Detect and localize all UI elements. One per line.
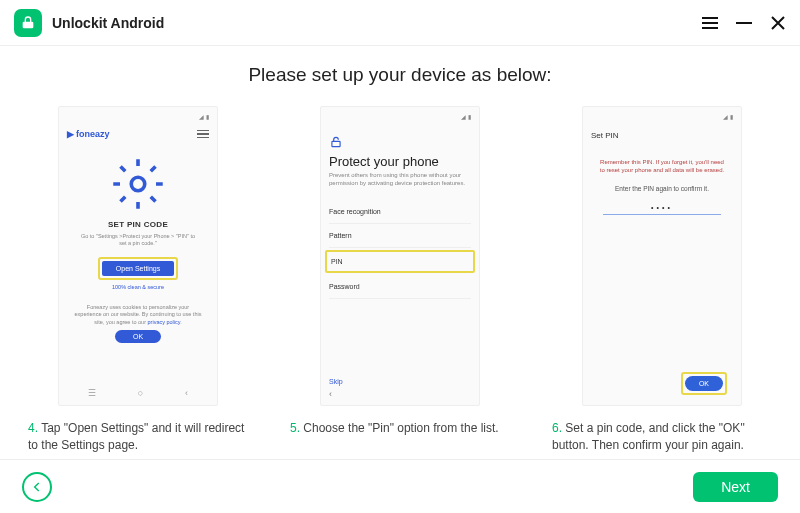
set-pin-title: SET PIN CODE <box>67 220 209 229</box>
lock-icon <box>329 135 471 150</box>
caption-5: 5. Choose the "Pin" option from the list… <box>290 420 510 437</box>
status-bar-icon: ◢ ▮ <box>591 113 733 121</box>
skip-link: Skip <box>329 370 471 389</box>
app-logo <box>14 9 42 37</box>
set-pin-heading: Set PIN <box>591 131 733 140</box>
minimize-icon[interactable] <box>736 15 752 31</box>
open-settings-highlight: Open Settings <box>98 257 178 280</box>
privacy-link: privacy policy <box>148 319 181 325</box>
svg-point-4 <box>131 177 145 191</box>
confirm-msg: Enter the PIN again to confirm it. <box>591 185 733 192</box>
svg-rect-5 <box>332 141 340 146</box>
ok-highlight: OK <box>681 372 727 395</box>
phone-mock-3: ◢ ▮ Set PIN Remember this PIN. If you fo… <box>582 106 742 406</box>
pin-ok-button: OK <box>685 376 723 391</box>
phone-mock-1: ◢ ▮ ▶foneazy SET PIN CODE Go to "Setting… <box>58 106 218 406</box>
gear-icon <box>111 157 165 212</box>
svg-rect-3 <box>736 22 752 24</box>
android-nav-bar: ☰○‹ <box>67 381 209 405</box>
phone-mock-2: ◢ ▮ Protect your phone Prevent others fr… <box>320 106 480 406</box>
pin-warning: Remember this PIN. If you forget it, you… <box>591 158 733 175</box>
recent-icon: ☰ <box>88 388 96 398</box>
caption-6: 6. Set a pin code, and click the "OK" bu… <box>552 420 772 454</box>
hamburger-icon <box>197 130 209 139</box>
open-settings-button: Open Settings <box>102 261 174 276</box>
next-button[interactable]: Next <box>693 472 778 502</box>
protect-title: Protect your phone <box>329 154 471 169</box>
panel-2: ◢ ▮ Protect your phone Prevent others fr… <box>290 106 510 454</box>
panel-3: ◢ ▮ Set PIN Remember this PIN. If you fo… <box>552 106 772 454</box>
back-button[interactable] <box>22 472 52 502</box>
app-title: Unlockit Android <box>52 15 702 31</box>
window-controls <box>702 15 786 31</box>
back-nav-icon: ‹ <box>185 388 188 398</box>
cookie-ok-button: OK <box>115 330 161 343</box>
cookie-notice: Foneazy uses cookies to personalize your… <box>67 304 209 325</box>
footer-bar: Next <box>0 459 800 513</box>
status-bar-icon: ◢ ▮ <box>329 113 471 121</box>
titlebar: Unlockit Android <box>0 0 800 46</box>
list-item: Face recognition <box>329 200 471 224</box>
set-pin-sub: Go to "Settings >Protect your Phone > "P… <box>67 233 209 247</box>
panel-1: ◢ ▮ ▶foneazy SET PIN CODE Go to "Setting… <box>28 106 248 454</box>
pin-entry-field: •••• <box>603 204 721 215</box>
page-heading: Please set up your device as below: <box>28 64 772 86</box>
list-item-pin-highlight: PIN <box>325 250 475 273</box>
caption-4: 4. Tap "Open Settings" and it will redir… <box>28 420 248 454</box>
brand-logo: ▶foneazy <box>67 129 110 139</box>
panels-row: ◢ ▮ ▶foneazy SET PIN CODE Go to "Setting… <box>28 106 772 454</box>
protect-desc: Prevent others from using this phone wit… <box>329 172 471 188</box>
close-icon[interactable] <box>770 15 786 31</box>
status-bar-icon: ◢ ▮ <box>67 113 209 121</box>
menu-icon[interactable] <box>702 15 718 31</box>
clean-label: 100% clean & secure <box>67 284 209 290</box>
home-icon: ○ <box>138 388 143 398</box>
main-content: Please set up your device as below: ◢ ▮ … <box>0 46 800 454</box>
back-arrow-icon: ‹ <box>329 389 471 405</box>
svg-rect-1 <box>702 22 718 24</box>
lock-options-list: Face recognition Pattern PIN Password <box>329 200 471 299</box>
list-item: Pattern <box>329 224 471 248</box>
list-item: Password <box>329 275 471 299</box>
svg-rect-0 <box>702 17 718 19</box>
svg-rect-2 <box>702 27 718 29</box>
